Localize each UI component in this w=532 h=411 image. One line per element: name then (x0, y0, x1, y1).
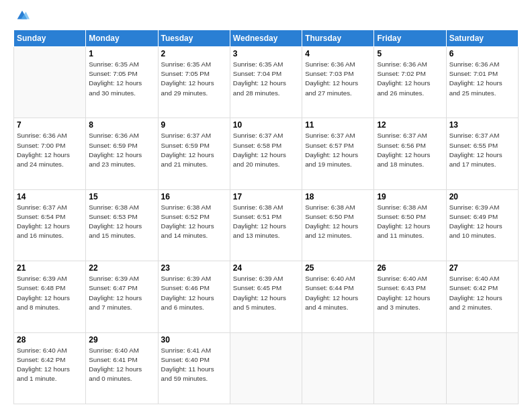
day-info: Sunrise: 6:35 AMSunset: 7:04 PMDaylight:… (233, 60, 299, 98)
day-info: Sunrise: 6:40 AMSunset: 6:44 PMDaylight:… (305, 274, 371, 312)
calendar-cell: 4Sunrise: 6:36 AMSunset: 7:03 PMDaylight… (302, 47, 374, 118)
day-info: Sunrise: 6:37 AMSunset: 6:57 PMDaylight:… (305, 131, 371, 169)
day-info: Sunrise: 6:40 AMSunset: 6:43 PMDaylight:… (377, 274, 443, 312)
calendar-cell (302, 332, 374, 404)
calendar-cell: 12Sunrise: 6:37 AMSunset: 6:56 PMDayligh… (374, 118, 446, 189)
day-number: 29 (89, 335, 154, 345)
calendar-cell: 1Sunrise: 6:35 AMSunset: 7:05 PMDaylight… (86, 47, 158, 118)
calendar-cell: 8Sunrise: 6:36 AMSunset: 6:59 PMDaylight… (86, 118, 158, 189)
calendar-cell: 14Sunrise: 6:37 AMSunset: 6:54 PMDayligh… (14, 189, 86, 261)
day-number: 10 (233, 120, 299, 130)
day-info: Sunrise: 6:36 AMSunset: 7:00 PMDaylight:… (17, 131, 83, 169)
day-number: 3 (233, 49, 299, 58)
day-number: 11 (305, 120, 371, 130)
calendar-cell (374, 332, 446, 404)
logo (13, 11, 30, 23)
day-number: 1 (89, 49, 154, 58)
day-info: Sunrise: 6:35 AMSunset: 7:05 PMDaylight:… (161, 60, 227, 98)
day-info: Sunrise: 6:36 AMSunset: 7:01 PMDaylight:… (449, 60, 515, 98)
day-info: Sunrise: 6:38 AMSunset: 6:51 PMDaylight:… (233, 203, 299, 241)
calendar-cell: 26Sunrise: 6:40 AMSunset: 6:43 PMDayligh… (374, 261, 446, 332)
day-info: Sunrise: 6:37 AMSunset: 6:55 PMDaylight:… (449, 131, 515, 169)
calendar-cell: 28Sunrise: 6:40 AMSunset: 6:42 PMDayligh… (14, 332, 86, 404)
day-info: Sunrise: 6:36 AMSunset: 7:02 PMDaylight:… (377, 60, 443, 98)
day-info: Sunrise: 6:40 AMSunset: 6:41 PMDaylight:… (89, 346, 154, 384)
day-number: 6 (449, 49, 515, 58)
calendar-cell: 16Sunrise: 6:38 AMSunset: 6:52 PMDayligh… (158, 189, 230, 261)
day-number: 2 (161, 49, 227, 58)
day-info: Sunrise: 6:39 AMSunset: 6:45 PMDaylight:… (233, 274, 299, 312)
calendar-cell: 2Sunrise: 6:35 AMSunset: 7:05 PMDaylight… (158, 47, 230, 118)
weekday-sunday: Sunday (14, 30, 86, 47)
calendar-cell: 3Sunrise: 6:35 AMSunset: 7:04 PMDaylight… (230, 47, 302, 118)
day-number: 22 (89, 263, 154, 273)
day-info: Sunrise: 6:39 AMSunset: 6:48 PMDaylight:… (17, 274, 83, 312)
calendar-cell: 15Sunrise: 6:38 AMSunset: 6:53 PMDayligh… (86, 189, 158, 261)
day-info: Sunrise: 6:40 AMSunset: 6:42 PMDaylight:… (449, 274, 515, 312)
day-number: 13 (449, 120, 515, 130)
day-number: 30 (161, 335, 227, 345)
calendar-cell (14, 47, 86, 118)
day-info: Sunrise: 6:37 AMSunset: 6:54 PMDaylight:… (17, 203, 83, 241)
day-number: 23 (161, 263, 227, 273)
day-number: 26 (377, 263, 443, 273)
calendar-cell: 13Sunrise: 6:37 AMSunset: 6:55 PMDayligh… (446, 118, 518, 189)
calendar-cell: 5Sunrise: 6:36 AMSunset: 7:02 PMDaylight… (374, 47, 446, 118)
weekday-wednesday: Wednesday (230, 30, 302, 47)
day-info: Sunrise: 6:39 AMSunset: 6:47 PMDaylight:… (89, 274, 154, 312)
day-info: Sunrise: 6:39 AMSunset: 6:46 PMDaylight:… (161, 274, 227, 312)
day-number: 8 (89, 120, 154, 130)
week-row-5: 28Sunrise: 6:40 AMSunset: 6:42 PMDayligh… (14, 332, 519, 404)
day-info: Sunrise: 6:37 AMSunset: 6:58 PMDaylight:… (233, 131, 299, 169)
day-info: Sunrise: 6:38 AMSunset: 6:50 PMDaylight:… (305, 203, 371, 241)
day-info: Sunrise: 6:38 AMSunset: 6:50 PMDaylight:… (377, 203, 443, 241)
day-info: Sunrise: 6:37 AMSunset: 6:56 PMDaylight:… (377, 131, 443, 169)
day-number: 25 (305, 263, 371, 273)
calendar-cell: 29Sunrise: 6:40 AMSunset: 6:41 PMDayligh… (86, 332, 158, 404)
calendar-cell: 27Sunrise: 6:40 AMSunset: 6:42 PMDayligh… (446, 261, 518, 332)
calendar-cell: 18Sunrise: 6:38 AMSunset: 6:50 PMDayligh… (302, 189, 374, 261)
day-info: Sunrise: 6:41 AMSunset: 6:40 PMDaylight:… (161, 346, 227, 384)
weekday-header-row: SundayMondayTuesdayWednesdayThursdayFrid… (14, 30, 519, 47)
day-info: Sunrise: 6:37 AMSunset: 6:59 PMDaylight:… (161, 131, 227, 169)
day-info: Sunrise: 6:39 AMSunset: 6:49 PMDaylight:… (449, 203, 515, 241)
week-row-4: 21Sunrise: 6:39 AMSunset: 6:48 PMDayligh… (14, 261, 519, 332)
day-number: 28 (17, 335, 83, 345)
calendar-cell: 19Sunrise: 6:38 AMSunset: 6:50 PMDayligh… (374, 189, 446, 261)
day-number: 5 (377, 49, 443, 58)
day-info: Sunrise: 6:36 AMSunset: 7:03 PMDaylight:… (305, 60, 371, 98)
calendar-table: SundayMondayTuesdayWednesdayThursdayFrid… (13, 30, 519, 404)
weekday-monday: Monday (86, 30, 158, 47)
day-info: Sunrise: 6:36 AMSunset: 6:59 PMDaylight:… (89, 131, 154, 169)
day-info: Sunrise: 6:35 AMSunset: 7:05 PMDaylight:… (89, 60, 154, 98)
day-number: 18 (305, 192, 371, 201)
calendar-cell: 20Sunrise: 6:39 AMSunset: 6:49 PMDayligh… (446, 189, 518, 261)
calendar-cell: 23Sunrise: 6:39 AMSunset: 6:46 PMDayligh… (158, 261, 230, 332)
calendar-cell: 9Sunrise: 6:37 AMSunset: 6:59 PMDaylight… (158, 118, 230, 189)
page-header (13, 11, 519, 23)
calendar-cell: 22Sunrise: 6:39 AMSunset: 6:47 PMDayligh… (86, 261, 158, 332)
weekday-friday: Friday (374, 30, 446, 47)
calendar-cell: 21Sunrise: 6:39 AMSunset: 6:48 PMDayligh… (14, 261, 86, 332)
day-number: 27 (449, 263, 515, 273)
calendar-cell: 25Sunrise: 6:40 AMSunset: 6:44 PMDayligh… (302, 261, 374, 332)
day-number: 7 (17, 120, 83, 130)
day-number: 14 (17, 192, 83, 201)
week-row-2: 7Sunrise: 6:36 AMSunset: 7:00 PMDaylight… (14, 118, 519, 189)
day-number: 19 (377, 192, 443, 201)
calendar-cell (230, 332, 302, 404)
weekday-saturday: Saturday (446, 30, 518, 47)
calendar-cell: 7Sunrise: 6:36 AMSunset: 7:00 PMDaylight… (14, 118, 86, 189)
day-number: 15 (89, 192, 154, 201)
calendar-cell: 6Sunrise: 6:36 AMSunset: 7:01 PMDaylight… (446, 47, 518, 118)
day-info: Sunrise: 6:38 AMSunset: 6:52 PMDaylight:… (161, 203, 227, 241)
day-number: 17 (233, 192, 299, 201)
day-number: 20 (449, 192, 515, 201)
calendar-cell: 10Sunrise: 6:37 AMSunset: 6:58 PMDayligh… (230, 118, 302, 189)
calendar-cell: 24Sunrise: 6:39 AMSunset: 6:45 PMDayligh… (230, 261, 302, 332)
day-number: 9 (161, 120, 227, 130)
weekday-thursday: Thursday (302, 30, 374, 47)
week-row-1: 1Sunrise: 6:35 AMSunset: 7:05 PMDaylight… (14, 47, 519, 118)
day-number: 21 (17, 263, 83, 273)
day-number: 12 (377, 120, 443, 130)
